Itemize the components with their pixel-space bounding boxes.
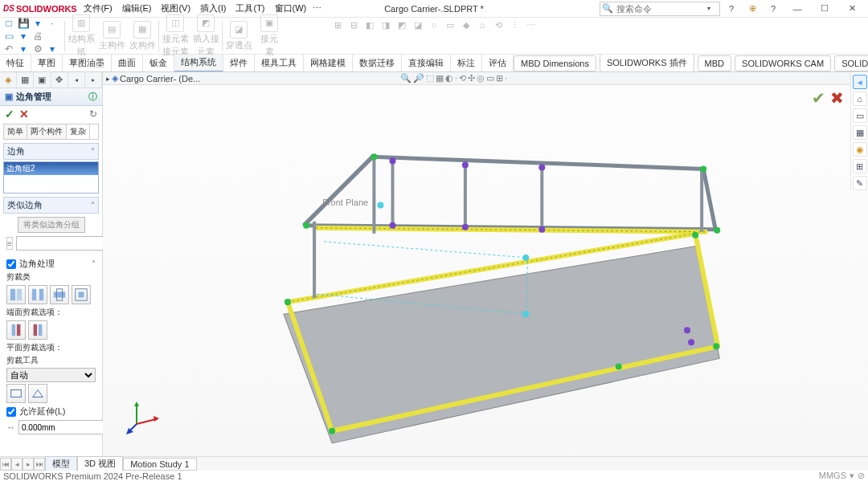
open-icon[interactable]: ▭ xyxy=(3,31,14,42)
ribbon-tabs[interactable]: 特征 草图 草图油墨 曲面 钣金 结构系统 焊件 模具工具 网格建模 数据迁移 … xyxy=(0,55,868,72)
bigtool-sec[interactable]: ▦次构件 xyxy=(128,21,157,51)
help-icon[interactable]: ? xyxy=(722,1,741,17)
tab-cam[interactable]: SOLIDWORKS CAM xyxy=(735,55,831,71)
tab-data[interactable]: 数据迁移 xyxy=(353,55,402,71)
bottom-tab-model[interactable]: 模型 xyxy=(45,456,77,471)
tab-eval[interactable]: 评估 xyxy=(482,55,514,71)
pm-subtabs[interactable]: 简单 两个构件 复杂 xyxy=(3,124,99,140)
group-similar-button[interactable]: 将类似边角分组 xyxy=(18,217,85,233)
minimize-button[interactable]: — xyxy=(784,1,810,17)
trim-opt1[interactable] xyxy=(6,285,26,304)
subtab-two[interactable]: 两个构件 xyxy=(27,124,67,139)
trim-opt3[interactable] xyxy=(50,285,69,304)
fm-move-icon[interactable]: ✥ xyxy=(51,72,68,88)
tab-features[interactable]: 特征 xyxy=(0,55,31,71)
bigtool-def2[interactable]: ▣接元素 xyxy=(255,14,284,58)
3d-viewport[interactable]: Front Plane xyxy=(103,88,868,467)
search-icon: 🔍 xyxy=(600,1,615,17)
sect-similar-header[interactable]: 类似边角˄ xyxy=(3,197,99,214)
trim-type-options[interactable] xyxy=(6,285,96,304)
end-opt2[interactable] xyxy=(28,320,47,340)
end-opt1[interactable] xyxy=(6,320,26,340)
trim-tool-opts[interactable] xyxy=(6,384,96,403)
tab-mold[interactable]: 模具工具 xyxy=(255,55,304,71)
breadcrumb[interactable]: ▸ ◈ Cargo Carrier- (De... xyxy=(103,72,203,84)
maximize-button[interactable]: ☐ xyxy=(812,1,837,17)
pushpin-icon[interactable]: ↻ xyxy=(89,108,97,120)
trim-opt2[interactable] xyxy=(28,285,47,304)
ok-button[interactable]: ✓ xyxy=(5,108,14,120)
tab-mbddim[interactable]: MBD Dimensions xyxy=(514,55,596,71)
cancel-button[interactable]: ✕ xyxy=(19,108,29,120)
appearance-icon[interactable]: ◉ xyxy=(853,142,867,157)
treat-check[interactable] xyxy=(6,259,16,269)
taskpane-handle-icon[interactable]: ◂ xyxy=(853,75,867,89)
tool-opt2[interactable] xyxy=(28,384,47,403)
tab-plugins[interactable]: SOLIDWORKS 插件 xyxy=(600,55,694,72)
menu-more[interactable]: ⋯ xyxy=(311,3,323,14)
forum-icon[interactable]: ✎ xyxy=(853,176,867,190)
library-icon[interactable]: ▦ xyxy=(853,125,867,140)
fm-config-icon[interactable]: ▦ xyxy=(17,72,34,88)
home-icon[interactable]: ⌂ xyxy=(853,92,867,106)
allow-ext-check[interactable] xyxy=(6,407,16,417)
search-input[interactable] xyxy=(615,4,703,14)
zoom-fit-icon[interactable]: 🔍 xyxy=(400,73,411,84)
corner-list[interactable]: 边角组2 xyxy=(3,161,99,194)
search-command[interactable]: 🔍 ▾ xyxy=(600,2,720,16)
fm-lock2-icon[interactable]: ▸ xyxy=(85,72,102,88)
fm-prop-icon[interactable]: ▣ xyxy=(34,72,51,88)
tool-opt1[interactable] xyxy=(6,384,26,403)
help2-icon[interactable]: ? xyxy=(764,1,783,17)
end-options[interactable] xyxy=(6,320,96,340)
fm-tree-icon[interactable]: ◈ xyxy=(0,72,17,88)
tab-direct[interactable]: 直接编辑 xyxy=(402,55,451,71)
bigtool-def[interactable]: ◫接元素接元素 xyxy=(161,14,190,58)
tab-mesh[interactable]: 网格建模 xyxy=(304,55,353,71)
fm-lock-icon[interactable]: ◂ xyxy=(68,72,85,88)
trim-tool-select[interactable]: 自动 xyxy=(6,368,96,382)
custom-icon[interactable]: ⊞ xyxy=(853,159,867,173)
corner-item[interactable]: 边角组2 xyxy=(4,162,98,175)
close-button[interactable]: ✕ xyxy=(839,1,865,17)
filter-icon[interactable]: ≡ xyxy=(6,237,13,250)
trim-opt4[interactable] xyxy=(72,285,91,304)
tab-mbd[interactable]: MBD xyxy=(698,55,731,71)
print-icon[interactable]: 🖨 xyxy=(32,31,43,42)
fm-tabs[interactable]: ◈ ▦ ▣ ✥ ◂ ▸ xyxy=(0,72,102,88)
view-toolbar[interactable]: 🔍🔎⬚▦◐·⟲✣◎▭⊞· xyxy=(400,73,507,84)
tab-dim[interactable]: 标注 xyxy=(451,55,482,71)
tab-ink[interactable]: 草图油墨 xyxy=(63,55,112,71)
search-dropdown-icon[interactable]: ▾ xyxy=(703,1,714,17)
view-mini-toolbar[interactable]: ⊞⊟◧◨◩◪○▭◆⌂⟲⋮⋯ xyxy=(330,19,538,31)
bottom-tab-3dview[interactable]: 3D 视图 xyxy=(77,456,123,471)
new-icon[interactable]: □ xyxy=(3,18,14,29)
bottom-tab-motion[interactable]: Motion Study 1 xyxy=(123,458,196,471)
menu-edit[interactable]: 编辑(E) xyxy=(117,1,157,16)
tab-sheet[interactable]: 钣金 xyxy=(143,55,174,71)
subtab-complex[interactable]: 复杂 xyxy=(67,124,90,139)
bigtool-ins[interactable]: ◩插入接元素 xyxy=(191,14,220,58)
task-pane[interactable]: ◂ ⌂ ▭ ▦ ◉ ⊞ ✎ xyxy=(850,72,868,190)
status-units[interactable]: MMGS xyxy=(819,471,846,481)
bigtool-main[interactable]: ▤主构件 xyxy=(97,21,126,51)
gear-icon[interactable]: ⚙ xyxy=(32,43,43,55)
tab-sketch[interactable]: 草图 xyxy=(31,55,63,71)
bigtool-struct[interactable]: ▥结构系纸 xyxy=(67,14,96,58)
warn-icon[interactable]: ⊕ xyxy=(743,1,762,17)
sect-corner-header[interactable]: 边角˄ xyxy=(3,143,99,160)
subtab-simple[interactable]: 简单 xyxy=(4,124,27,139)
tab-structure[interactable]: 结构系统 xyxy=(174,55,223,72)
tab-weld[interactable]: 焊件 xyxy=(223,55,255,71)
pm-help-icon[interactable]: ⓘ xyxy=(88,91,97,103)
save-icon[interactable]: 💾 xyxy=(18,18,29,29)
bigtool-thr[interactable]: ◪穿透点 xyxy=(224,21,253,51)
tab-camtbm[interactable]: SOLIDWORKS CAM TBM xyxy=(834,55,868,71)
bottom-nav[interactable]: ⏮◂▸⏭ xyxy=(0,458,45,471)
quick-access[interactable]: □💾▾· ▭▾🖨 ↶▾⚙▾ xyxy=(3,18,58,55)
undo-icon[interactable]: ↶ xyxy=(3,43,14,55)
svg-point-41 xyxy=(377,202,383,209)
resources-icon[interactable]: ▭ xyxy=(853,108,867,123)
tab-surface[interactable]: 曲面 xyxy=(112,55,143,71)
view-triad[interactable] xyxy=(125,400,161,437)
